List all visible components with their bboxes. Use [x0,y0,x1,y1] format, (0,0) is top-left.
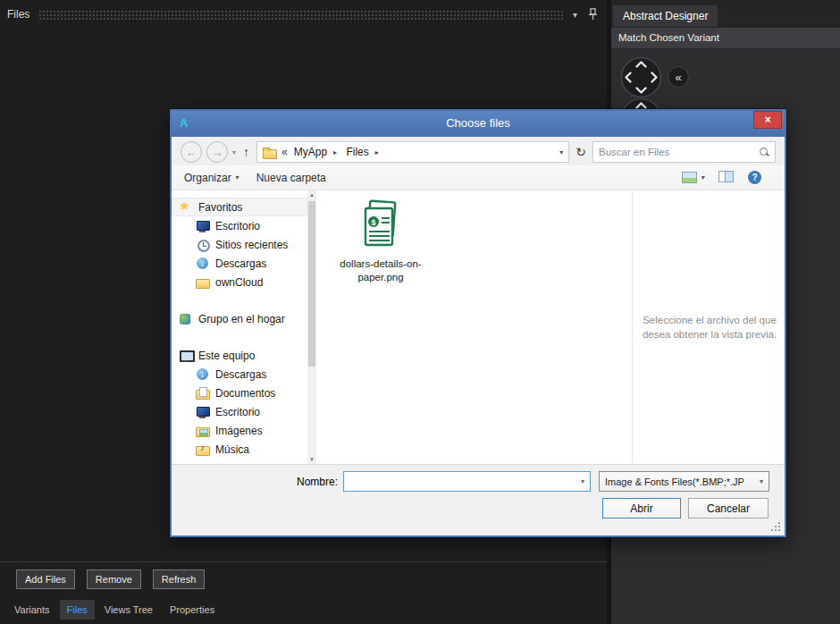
filename-input[interactable] [344,472,575,491]
combo-chevron-icon[interactable] [754,477,769,485]
filename-label: Nombre: [254,476,338,488]
panel-actions-bar: Add Files Remove Refresh [0,561,607,595]
breadcrumb-items: MyApp Files [294,146,385,158]
tree-item[interactable]: Escritorio [172,216,307,235]
forward-button[interactable] [206,141,228,163]
filetype-value: Image & Fonts Files(*.BMP;*.JP [605,476,754,487]
organize-label: Organizar [184,172,231,184]
downloads-icon [196,257,211,271]
tree-item[interactable]: Descargas [172,254,307,273]
open-button[interactable]: Abrir [602,498,681,519]
breadcrumb-dropdown-chevron-icon[interactable] [559,148,563,156]
tree-item-label: Sitios recientes [215,239,288,251]
remove-button[interactable]: Remove [87,569,141,589]
pin-icon[interactable] [588,8,598,21]
choose-files-dialog: A Choose files « MyApp Files [170,109,786,537]
files-panel-titlebar[interactable]: Files [0,4,607,24]
new-folder-button[interactable]: Nueva carpeta [256,172,326,184]
chevron-down-icon [235,173,239,181]
tree-item[interactable]: Favoritos [172,198,307,216]
tab-files[interactable]: Files [60,600,95,620]
tab-views-tree[interactable]: Views Tree [97,600,160,620]
tree-item[interactable]: Imágenes [172,421,307,440]
scrollbar-thumb[interactable] [308,201,315,367]
refresh-icon[interactable] [575,145,586,159]
homegroup-icon [179,312,194,326]
resize-grip[interactable] [769,520,781,532]
scroll-up-arrow-icon[interactable] [307,190,316,199]
computer-icon [179,349,194,363]
help-button[interactable] [748,171,761,184]
designer-header: Match Chosen Variant [611,28,840,48]
breadcrumb-item[interactable]: Files [346,146,384,158]
panel-title: Files [7,8,29,21]
tree-item[interactable]: Escritorio [172,402,307,421]
thumbnail-view-icon [682,172,697,183]
preview-pane-button[interactable] [718,171,734,185]
tree-item-label: Documentos [215,387,275,400]
up-button[interactable] [243,145,249,159]
chevron-down-icon [701,173,704,181]
folder-icon [196,275,211,290]
scrollbar[interactable] [307,190,316,464]
app-window: Files Add Files Remove Refresh [0,0,840,624]
back-button[interactable] [181,141,202,163]
close-icon [764,114,770,125]
tree-item-label: Favoritos [198,201,242,214]
toolbar-right-icons [682,171,761,185]
dollar-document-icon: $ [360,199,401,253]
tab-properties[interactable]: Properties [163,600,222,620]
svg-text:$: $ [371,218,375,227]
tree-item-label: Escritorio [215,220,260,232]
tree-item[interactable]: Documentos [172,384,307,402]
cancel-button[interactable]: Cancelar [688,498,769,519]
tree-item-label: Escritorio [215,406,260,418]
dialog-footer: Nombre: Image & Fonts Files(*.BMP;*.JP A… [172,465,785,535]
breadcrumb[interactable]: « MyApp Files [256,141,569,163]
preview-divider [632,190,633,464]
tree-item-label: ownCloud [215,276,263,289]
star-icon [179,200,194,215]
desktop-icon [196,219,211,233]
preview-hint-text: Seleccione el archivo del que desea obte… [638,314,781,342]
history-chevron-icon[interactable] [232,148,236,156]
downloads-icon [196,367,211,382]
tab-variants[interactable]: Variants [7,600,57,620]
search-box[interactable] [592,141,776,163]
view-options-button[interactable] [682,172,704,183]
music-folder-icon [196,443,211,457]
dialog-title: Choose files [172,116,785,130]
file-list: $ dollars-details-on-paper.png [329,199,445,284]
combo-chevron-icon[interactable] [575,477,590,485]
collapse-chevrons-icon[interactable]: « [668,66,689,88]
close-button[interactable] [753,111,782,129]
search-input[interactable] [599,147,759,157]
documents-folder-icon [196,386,211,401]
organize-menu-button[interactable]: Organizar [184,172,239,184]
breadcrumb-overflow-chevrons[interactable]: « [281,146,288,158]
tree-item[interactable]: Grupo en el hogar [172,309,307,328]
tree-item[interactable]: Este equipo [172,346,307,365]
tree-item-label: Música [215,443,249,456]
tab-abstract-designer[interactable]: Abstract Designer [613,5,718,27]
add-files-button[interactable]: Add Files [16,569,75,589]
panel-drag-texture[interactable] [38,10,564,21]
file-item[interactable]: $ dollars-details-on-paper.png [329,199,433,284]
move-dpad-icon[interactable] [620,56,662,98]
tree-item[interactable]: Sitios recientes [172,235,307,254]
search-icon[interactable] [759,147,769,157]
tool-window-tabbar: Variants Files Views Tree Properties [0,595,607,624]
filetype-dropdown[interactable]: Image & Fonts Files(*.BMP;*.JP [599,471,769,492]
refresh-button[interactable]: Refresh [153,569,206,589]
filename-combobox[interactable] [343,471,591,492]
pictures-folder-icon [196,424,211,438]
breadcrumb-item[interactable]: MyApp [294,146,343,158]
window-menu-chevron-icon[interactable] [573,10,577,20]
scroll-down-arrow-icon[interactable] [307,455,316,464]
tree-item-label: Este equipo [198,350,255,362]
tree-item[interactable]: ownCloud [172,273,307,291]
tree-item-label: Descargas [215,368,266,381]
tree-item[interactable]: Música [172,440,307,459]
dialog-titlebar[interactable]: A Choose files [172,111,785,137]
tree-item[interactable]: Descargas [172,365,307,384]
